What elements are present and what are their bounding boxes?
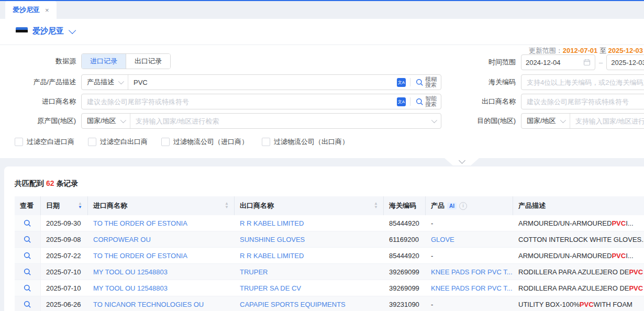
product-search-input[interactable] bbox=[128, 79, 397, 86]
origin-country-input[interactable] bbox=[130, 117, 426, 125]
exporter-link[interactable]: R R KABEL LIMITED bbox=[240, 252, 304, 260]
importer-label: 进口商名称 bbox=[0, 97, 81, 106]
fuzzy-search-button[interactable]: 模糊搜索 bbox=[415, 76, 441, 88]
cell-date: 2025-07-22 bbox=[41, 248, 88, 263]
product-row: 产品/产品描述 产品描述 文A 模糊搜索 bbox=[0, 74, 441, 90]
cell-description: RODILLERA PARA AZULEJERO DE PVC bbox=[513, 280, 644, 296]
tab-title: 爱沙尼亚 bbox=[13, 5, 40, 15]
table-row: 2025-09-08 CORPOWEAR OU SUNSHINE GLOVES … bbox=[15, 231, 644, 248]
exporter-link[interactable]: R R KABEL LIMITED bbox=[240, 219, 304, 227]
col-exporter[interactable]: 出口商名称 ▲▼ bbox=[235, 196, 384, 215]
table-row: 2025-06-26 TO NICANOR TECHNOLOGIES OU CA… bbox=[15, 296, 644, 311]
export-records-button[interactable]: 出口记录 bbox=[126, 54, 170, 69]
col-date[interactable]: 日期 ▲▼ bbox=[41, 196, 88, 215]
view-record-button[interactable] bbox=[15, 264, 41, 280]
magnifier-icon bbox=[416, 98, 424, 106]
magnifier-icon bbox=[24, 268, 31, 276]
importer-input-group: 文A 智能搜索 bbox=[81, 94, 441, 109]
calendar-icon bbox=[583, 59, 591, 66]
origin-country-select[interactable]: 国家/地区 bbox=[82, 114, 130, 128]
product-tag[interactable]: KNEE PADS FOR PVC T... bbox=[431, 268, 513, 276]
highlighted-term: PVC bbox=[612, 252, 626, 260]
checkbox-icon[interactable] bbox=[262, 138, 270, 146]
importer-name-input[interactable] bbox=[82, 98, 397, 106]
cell-date: 2025-07-10 bbox=[41, 280, 88, 296]
destination-country-select[interactable]: 国家/地区 bbox=[521, 114, 570, 128]
view-record-button[interactable] bbox=[15, 280, 41, 296]
data-source-row: 数据源 进口记录 出口记录 bbox=[0, 53, 171, 69]
table-row: 2025-09-30 TO THE ORDER OF ESTONIA R R K… bbox=[15, 215, 644, 231]
data-source-toggle: 进口记录 出口记录 bbox=[81, 53, 171, 69]
product-input-group: 产品描述 文A 模糊搜索 bbox=[81, 74, 441, 90]
importer-link[interactable]: MY TOOL OU 12548803 bbox=[93, 284, 168, 292]
smart-search-button[interactable]: 智能搜索 bbox=[415, 96, 441, 107]
checkbox-icon[interactable] bbox=[15, 138, 23, 146]
destination-country-input[interactable] bbox=[570, 117, 644, 125]
exporter-name-input[interactable] bbox=[521, 98, 644, 106]
hs-code-input[interactable] bbox=[521, 79, 644, 86]
input-divider bbox=[410, 78, 410, 86]
importer-link[interactable]: MY TOOL OU 12548803 bbox=[93, 268, 168, 276]
filter-blank-importer[interactable]: 过滤空白进口商 bbox=[15, 137, 74, 147]
exporter-label: 出口商名称 bbox=[473, 97, 521, 106]
estonia-flag-icon bbox=[16, 27, 28, 35]
chevron-down-icon[interactable] bbox=[69, 26, 76, 34]
end-date-input[interactable] bbox=[611, 59, 644, 66]
checkbox-icon[interactable] bbox=[161, 138, 170, 146]
time-range-label: 时间范围 bbox=[473, 58, 521, 67]
translate-icon[interactable]: 文A bbox=[397, 78, 406, 87]
importer-link[interactable]: CORPOWEAR OU bbox=[93, 236, 151, 243]
exporter-group bbox=[521, 94, 644, 109]
destination-country-group: 国家/地区 bbox=[521, 113, 644, 129]
chevron-down-icon bbox=[560, 117, 565, 123]
product-tag[interactable]: - bbox=[431, 252, 433, 260]
product-tag[interactable]: - bbox=[431, 301, 433, 308]
exporter-link[interactable]: TRUPER bbox=[240, 268, 268, 276]
checkbox-icon[interactable] bbox=[88, 138, 96, 146]
sort-icon-date[interactable]: ▲▼ bbox=[78, 202, 82, 209]
tab-estonia[interactable]: 爱沙尼亚 × bbox=[5, 1, 57, 19]
info-icon[interactable]: i bbox=[459, 202, 467, 210]
view-record-button[interactable] bbox=[15, 231, 41, 247]
cell-description: ARMOURED/UN-ARMOURED PVC I... bbox=[513, 248, 644, 263]
view-record-button[interactable] bbox=[15, 296, 41, 311]
cell-hs-code: 39231090 bbox=[384, 296, 426, 311]
filter-logistics-exporter[interactable]: 过滤物流公司（出口商） bbox=[262, 137, 349, 147]
cell-date: 2025-09-08 bbox=[41, 231, 88, 247]
importer-link[interactable]: TO THE ORDER OF ESTONIA bbox=[93, 219, 187, 227]
filter-logistics-importer[interactable]: 过滤物流公司（进口商） bbox=[161, 137, 248, 147]
exporter-link[interactable]: SUNSHINE GLOVES bbox=[240, 236, 305, 243]
view-record-button[interactable] bbox=[15, 215, 41, 231]
update-end-date: 2025-12-03 bbox=[608, 47, 643, 54]
hs-code-row: 海关编码 bbox=[473, 74, 644, 90]
product-tag[interactable]: KNEE PADS FOR PVC T... bbox=[431, 284, 513, 292]
collapse-form-button[interactable] bbox=[445, 158, 479, 165]
product-tag[interactable]: GLOVE bbox=[431, 236, 454, 243]
country-header[interactable]: 爱沙尼亚 bbox=[16, 26, 74, 36]
sort-icon-importer[interactable]: ▲▼ bbox=[225, 202, 229, 209]
chevron-down-icon bbox=[118, 79, 124, 84]
importer-link[interactable]: TO NICANOR TECHNOLOGIES OU bbox=[93, 301, 204, 308]
close-icon[interactable]: × bbox=[45, 7, 49, 14]
view-record-button[interactable] bbox=[15, 248, 41, 263]
ai-badge: AI bbox=[447, 203, 457, 209]
sort-icon-exporter[interactable]: ▲▼ bbox=[374, 202, 378, 209]
table-row: 2025-07-10 MY TOOL OU 12548803 TRUPER 39… bbox=[15, 264, 644, 280]
start-date-picker[interactable] bbox=[521, 54, 595, 70]
table-header: 查看 日期 ▲▼ 进口商名称 ▲▼ 出口商名称 ▲▼ 海关编码 产品 AI i bbox=[15, 196, 644, 215]
exporter-link[interactable]: TRUPER SA DE CV bbox=[240, 284, 301, 292]
filter-blank-exporter[interactable]: 过滤空白出口商 bbox=[88, 137, 148, 147]
importer-link[interactable]: TO THE ORDER OF ESTONIA bbox=[93, 252, 187, 260]
product-type-select[interactable]: 产品描述 bbox=[82, 75, 128, 90]
product-tag[interactable]: - bbox=[431, 219, 433, 227]
import-records-button[interactable]: 进口记录 bbox=[82, 54, 126, 69]
exporter-link[interactable]: CAPAPIE SPORTS EQUIPMENTS bbox=[240, 301, 346, 308]
country-name: 爱沙尼亚 bbox=[32, 26, 64, 36]
translate-icon[interactable]: 文A bbox=[397, 97, 406, 106]
results-card: 共匹配到62条记录 查看 日期 ▲▼ 进口商名称 ▲▼ 出口商名称 ▲▼ 海关编… bbox=[4, 166, 644, 311]
origin-country-row: 原产国(地区) 国家/地区 bbox=[0, 113, 441, 129]
start-date-input[interactable] bbox=[526, 59, 580, 66]
end-date-picker[interactable] bbox=[606, 54, 644, 70]
col-importer[interactable]: 进口商名称 ▲▼ bbox=[88, 196, 235, 215]
data-source-label: 数据源 bbox=[0, 57, 81, 66]
